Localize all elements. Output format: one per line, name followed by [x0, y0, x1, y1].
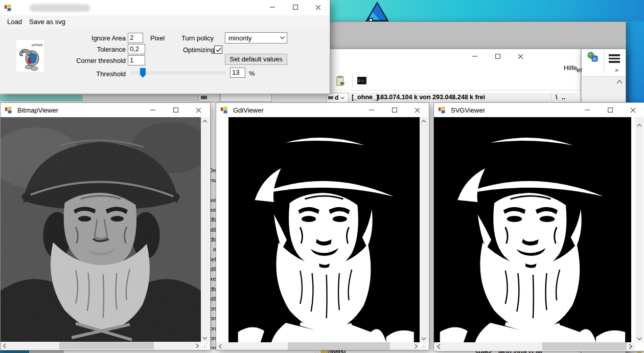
- scrollbar-thumb[interactable]: [288, 342, 390, 350]
- scroll-down-icon[interactable]: [637, 337, 642, 340]
- potrace-menubar: Load Save as svg: [0, 15, 330, 29]
- scroll-down-icon[interactable]: [421, 337, 426, 340]
- command-prompt-toolbar-icon[interactable]: C:\: [357, 77, 366, 84]
- ignore-area-unit: Pixel: [150, 34, 165, 42]
- winforms-app-icon: [4, 4, 12, 12]
- translate-icon[interactable]: A: [587, 51, 598, 62]
- vertical-scrollbar[interactable]: [635, 117, 643, 342]
- maximize-button[interactable]: [164, 103, 187, 117]
- screen: Hilfe C:\ DeErwexeexepdbdllpdbadefdllexe…: [0, 0, 644, 353]
- winforms-app-icon: [5, 106, 13, 114]
- ignore-area-label: Ignore Area: [61, 34, 126, 42]
- optimizing-checkbox[interactable]: [214, 46, 222, 54]
- window-title: GdiViewer: [233, 106, 264, 114]
- close-button[interactable]: [509, 49, 532, 63]
- gdi-traced-image: [216, 117, 420, 342]
- threshold-slider-thumb[interactable]: [140, 68, 146, 78]
- horizontal-scrollbar[interactable]: [434, 342, 635, 350]
- svg-text:A: A: [593, 57, 596, 61]
- path-root[interactable]: \: [556, 94, 557, 101]
- minimize-button[interactable]: [360, 103, 383, 117]
- drive-select[interactable]: d: [326, 93, 349, 103]
- maximize-button[interactable]: [383, 103, 406, 117]
- tolerance-label: Tolerance: [61, 46, 126, 53]
- drive-button[interactable]: [198, 94, 220, 102]
- winforms-app-icon: [438, 106, 446, 114]
- menu-item-load[interactable]: Load: [5, 15, 24, 29]
- minimize-button[interactable]: [141, 103, 164, 117]
- scroll-right-icon[interactable]: [415, 344, 418, 349]
- threshold-unit: %: [249, 70, 255, 77]
- scroll-up-icon[interactable]: [202, 120, 208, 123]
- scroll-left-icon[interactable]: [219, 344, 222, 349]
- path-up[interactable]: ..: [562, 94, 565, 101]
- drive-bar: d [_ohne_] 183.074.104 k von 293.048.248…: [0, 93, 580, 103]
- window-title-redacted: [30, 4, 90, 12]
- drive-letter: d: [335, 94, 338, 101]
- scroll-left-icon[interactable]: [437, 344, 441, 349]
- bitmap-image: [1, 117, 201, 342]
- scroll-up-icon[interactable]: [616, 80, 623, 84]
- chevron-down-icon: [340, 97, 344, 99]
- potrace-logo: potrace: [16, 40, 44, 72]
- drive-usage-bar-rest: [82, 95, 198, 101]
- svg-text:C:\: C:\: [358, 79, 364, 82]
- paste-toolbar-icon[interactable]: [336, 76, 346, 87]
- menu-text-fragment: er: [577, 66, 583, 74]
- gdi-viewer-window: GdiViewer: [216, 102, 429, 350]
- scrollbar-thumb[interactable]: [542, 342, 627, 350]
- check-icon: [216, 48, 221, 52]
- resize-grip[interactable]: [202, 343, 208, 349]
- maximize-button[interactable]: [486, 49, 509, 63]
- drive-bar-separator: [551, 94, 551, 101]
- horizontal-scrollbar[interactable]: [1, 342, 201, 349]
- horizontal-scrollbar[interactable]: [216, 342, 420, 350]
- drive-path-box[interactable]: [220, 93, 272, 102]
- menu-item-save-as-svg[interactable]: Save as svg: [27, 15, 67, 29]
- scroll-right-icon[interactable]: [196, 343, 199, 348]
- vertical-scrollbar[interactable]: [201, 117, 209, 342]
- close-button[interactable]: [622, 103, 644, 117]
- background-window-titlebar[interactable]: [330, 22, 626, 49]
- window-title: SVGViewer: [451, 106, 485, 114]
- desktop-wallpaper-right: [625, 21, 644, 104]
- winforms-app-icon: [220, 106, 228, 114]
- scroll-right-icon[interactable]: [629, 344, 632, 349]
- minimize-button[interactable]: [261, 0, 284, 14]
- threshold-input[interactable]: 13: [230, 68, 245, 78]
- ignore-area-input[interactable]: 2: [128, 33, 143, 43]
- drive-label: [_ohne_]: [352, 94, 378, 101]
- window-title: BitmapViewer: [17, 106, 58, 114]
- scroll-down-icon[interactable]: [202, 337, 208, 340]
- desktop-wallpaper: [307, 0, 644, 25]
- resize-grip[interactable]: [421, 343, 427, 349]
- svg-traced-image: [434, 117, 635, 342]
- threshold-label: Threshold: [61, 70, 126, 78]
- close-button[interactable]: [187, 103, 210, 117]
- minimize-button[interactable]: [576, 103, 599, 117]
- scroll-left-icon[interactable]: [3, 343, 6, 348]
- svg-viewer-window: SVGViewer: [433, 102, 644, 351]
- menu-hamburger-icon[interactable]: [609, 54, 620, 64]
- toolbar-overflow-chevron[interactable]: »: [615, 66, 618, 74]
- turn-policy-label: Turn policy: [181, 34, 214, 42]
- vertical-scrollbar[interactable]: [420, 117, 428, 342]
- scroll-up-icon[interactable]: [637, 124, 642, 127]
- scrollbar-thumb[interactable]: [59, 342, 154, 349]
- maximize-button[interactable]: [599, 103, 622, 117]
- menu-item-hilfe[interactable]: Hilfe: [564, 64, 577, 72]
- corner-threshold-input[interactable]: 1: [128, 55, 145, 65]
- corner-threshold-label: Corner threshold: [61, 57, 126, 64]
- turn-policy-value: minority: [225, 34, 278, 42]
- turn-policy-select[interactable]: minority: [225, 32, 287, 43]
- toolbar-separator: [352, 75, 353, 88]
- tolerance-input[interactable]: 0,2: [128, 44, 145, 54]
- minimize-button[interactable]: [463, 49, 486, 63]
- drive-usage-bar: [0, 95, 83, 101]
- maximize-button[interactable]: [284, 0, 307, 14]
- set-default-values-button[interactable]: Set default values: [225, 54, 287, 65]
- close-button[interactable]: [406, 103, 429, 117]
- affinity-designer-desktop-icon[interactable]: [364, 1, 390, 23]
- close-button[interactable]: [307, 0, 330, 14]
- scroll-up-icon[interactable]: [421, 120, 426, 123]
